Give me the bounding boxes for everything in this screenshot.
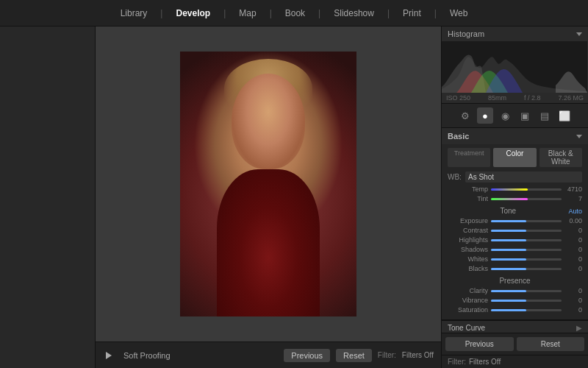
presence-slider-label-0: Clarity [448, 287, 488, 294]
brush-tool[interactable]: ⬜ [556, 107, 573, 124]
basic-panel-toggle-icon [576, 135, 582, 138]
presence-slider-label-2: Saturation [448, 306, 488, 314]
previous-btn[interactable]: Previous [445, 337, 514, 351]
tool-icons-bar: ⚙ ● ◉ ▣ ▤ ⬜ [442, 104, 588, 128]
tint-slider-track[interactable] [491, 198, 562, 200]
redeye-tool[interactable]: ▣ [517, 107, 533, 124]
presence-slider-track-2[interactable] [491, 309, 562, 311]
menu-print[interactable]: Print [398, 7, 426, 20]
presence-slider-value-2: 0 [564, 306, 582, 314]
presence-slider-track-0[interactable] [491, 290, 562, 292]
tone-slider-fill-3 [491, 249, 526, 251]
wb-row: WB: As Shot [448, 171, 582, 183]
tone-slider-row-0: Exposure 0.00 [448, 217, 582, 224]
presence-sliders-group: Clarity 0 Vibrance 0 Saturation 0 [448, 287, 582, 314]
menu-map[interactable]: Map [234, 7, 260, 20]
tint-slider-fill [491, 198, 528, 200]
filter-value: Filters Off [402, 351, 434, 359]
temp-slider-row: Temp 4710 [448, 185, 582, 193]
histogram-title: Histogram [448, 29, 484, 38]
menu-sep-2: | [223, 8, 226, 18]
tone-slider-value-2: 0 [564, 236, 582, 244]
tone-sliders-group: Exposure 0.00 Contrast 0 Highlights 0 Sh… [448, 217, 582, 272]
presence-title-row: Presence [448, 277, 582, 285]
temp-value: 4710 [564, 185, 582, 193]
filter-label: Filter: [378, 351, 396, 359]
center-panel: Soft Proofing Previous Reset Filter: Fil… [96, 26, 441, 368]
healing-tool[interactable]: ◉ [497, 107, 513, 124]
tone-slider-label-0: Exposure [448, 217, 488, 224]
tone-slider-value-1: 0 [564, 227, 582, 234]
tone-slider-track-5[interactable] [491, 268, 562, 270]
top-menu-bar: Library | Develop | Map | Book | Slidesh… [0, 0, 588, 26]
menu-library[interactable]: Library [116, 7, 152, 20]
filter-row: Filter: Filters Off [442, 355, 588, 368]
tone-slider-label-4: Whites [448, 255, 488, 263]
gradient-tool[interactable]: ▤ [537, 107, 553, 124]
presence-slider-value-1: 0 [564, 297, 582, 304]
menu-sep-5: | [387, 8, 390, 18]
color-treatment-btn[interactable]: Color [493, 148, 536, 167]
tone-slider-label-5: Blacks [448, 265, 488, 272]
temp-slider-track[interactable] [491, 188, 562, 191]
tint-label: Tint [448, 195, 488, 202]
histogram-header: Histogram [442, 26, 588, 41]
develop-tool[interactable]: ● [477, 107, 493, 124]
presence-slider-track-1[interactable] [491, 300, 562, 302]
auto-tone-btn[interactable]: Auto [568, 208, 582, 215]
play-button[interactable] [103, 350, 115, 361]
image-area [96, 26, 441, 342]
tone-slider-track-1[interactable] [491, 230, 562, 232]
aperture-info: f / 2.8 [524, 94, 541, 102]
tint-value: 7 [564, 195, 582, 202]
tone-slider-label-2: Highlights [448, 236, 488, 244]
tone-slider-label-3: Shadows [448, 246, 488, 253]
menu-book[interactable]: Book [281, 7, 309, 20]
right-panel: Histogram ISO 250 8 [441, 26, 588, 368]
left-panel [0, 26, 96, 368]
tone-slider-row-5: Blacks 0 [448, 265, 582, 272]
tone-slider-fill-4 [491, 258, 526, 261]
temp-label: Temp [448, 185, 488, 193]
tone-slider-track-0[interactable] [491, 220, 562, 222]
tint-slider-row: Tint 7 [448, 195, 582, 202]
tone-slider-row-1: Contrast 0 [448, 227, 582, 234]
left-panel-nav [0, 26, 95, 368]
sub-panel-title-0: Tone Curve [448, 324, 485, 332]
tone-slider-row-2: Highlights 0 [448, 236, 582, 244]
crop-tool[interactable]: ⚙ [457, 107, 473, 124]
right-panel-bottom-buttons: Previous Reset [442, 333, 588, 355]
menu-develop[interactable]: Develop [171, 7, 215, 20]
reset-button[interactable]: Reset [336, 349, 372, 362]
basic-panel-section: Basic Treatment Color Black & White WB: … [442, 128, 588, 320]
tone-title-row: Tone Auto [448, 206, 582, 215]
tone-slider-track-2[interactable] [491, 239, 562, 241]
sub-panel-0[interactable]: Tone Curve ▶ [442, 320, 588, 333]
tone-title: Tone [448, 207, 568, 215]
temp-slider-fill [491, 188, 528, 191]
menu-sep-4: | [318, 8, 320, 18]
tone-slider-value-0: 0.00 [564, 217, 582, 224]
soft-proofing-label: Soft Proofing [123, 351, 171, 360]
presence-slider-fill-0 [491, 290, 526, 292]
previous-button[interactable]: Previous [284, 349, 330, 362]
basic-panel-header[interactable]: Basic [442, 128, 588, 144]
presence-slider-row-2: Saturation 0 [448, 306, 582, 314]
treatment-row: Treatment Color Black & White [448, 148, 582, 167]
face-layer [232, 74, 305, 169]
tone-slider-fill-1 [491, 230, 526, 232]
iso-info: ISO 250 [446, 94, 470, 102]
reset-btn[interactable]: Reset [517, 337, 585, 351]
tone-slider-track-3[interactable] [491, 249, 562, 251]
wb-dropdown[interactable]: As Shot [465, 171, 582, 183]
panels-area: Basic Treatment Color Black & White WB: … [442, 128, 588, 333]
bw-treatment-btn[interactable]: Black & White [539, 148, 582, 167]
histogram-section: Histogram ISO 250 8 [442, 26, 588, 104]
histogram-info: ISO 250 85mm f / 2.8 7.26 MG [442, 93, 588, 103]
tone-slider-track-4[interactable] [491, 258, 562, 261]
histogram-canvas [442, 41, 587, 93]
tone-slider-value-5: 0 [564, 265, 582, 272]
menu-slideshow[interactable]: Slideshow [329, 7, 379, 20]
menu-web[interactable]: Web [445, 7, 472, 20]
histogram-expand-icon[interactable] [576, 32, 582, 36]
